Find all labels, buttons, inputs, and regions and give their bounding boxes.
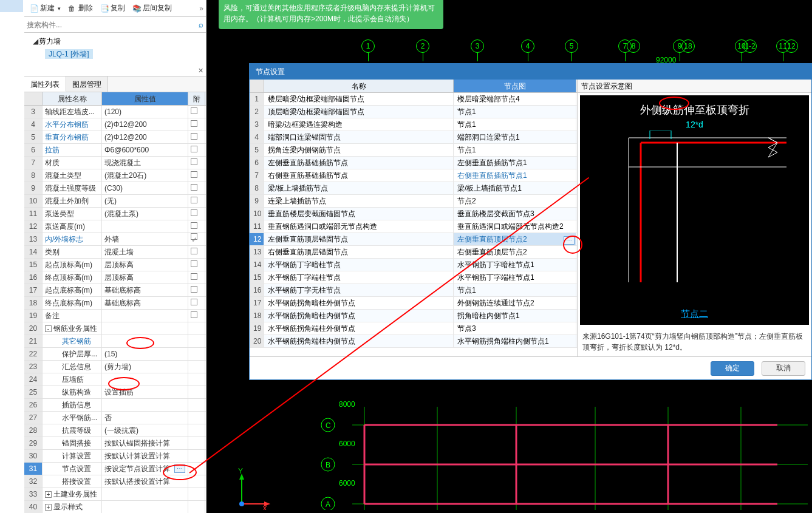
checkbox[interactable] (191, 184, 197, 191)
checkbox[interactable] (191, 209, 197, 216)
ellipsis-button[interactable]: ⋯ (174, 464, 185, 473)
tree-child[interactable]: JLQ-1 [外墙] (28, 48, 202, 61)
node-row[interactable]: 19水平钢筋拐角端柱外侧节点节点3 (250, 322, 577, 335)
property-grid[interactable]: 3轴线距左墙皮...(120)4水平分布钢筋(2)Φ12@2005垂直分布钢筋(… (24, 106, 206, 513)
layer-copy-icon: 📚 (132, 4, 141, 13)
property-row[interactable]: 21其它钢筋 (24, 335, 206, 348)
tab-layers[interactable]: 图层管理 (66, 76, 108, 92)
search-icon[interactable]: ⌕ (199, 20, 203, 29)
checkbox[interactable] (191, 146, 197, 152)
copy-button[interactable]: 📑复制 (97, 2, 128, 15)
grid-bubble: 5 (565, 39, 578, 53)
col-name: 属性名称 (43, 92, 102, 105)
node-col-img: 节点图 (454, 80, 576, 92)
property-row[interactable]: 31节点设置按设定节点设置计算⋯ (24, 463, 206, 475)
property-row[interactable]: 28抗震等级(一级抗震) (24, 424, 206, 437)
property-row[interactable]: 6拉筋Φ6@600*600 (24, 144, 206, 157)
property-row[interactable]: 18终点底标高(m)基础底标高 (24, 297, 206, 310)
tab-properties[interactable]: 属性列表 (24, 76, 66, 92)
cancel-button[interactable]: 取消 (762, 361, 805, 376)
checkbox[interactable]: ✓ (191, 233, 197, 240)
node-row[interactable]: 2顶层暗梁/边框梁端部锚固节点节点1 (250, 106, 577, 118)
property-row[interactable]: 16终点顶标高(m)层顶标高 (24, 271, 206, 284)
memory-warning-banner: 风险，可通过关闭其他应用程序或者升级电脑内存来提升计算机可用内存。（计算机可用内… (219, 0, 443, 29)
property-row[interactable]: 30计算设置按默认计算设置计算 (24, 450, 206, 463)
property-row[interactable]: 29锚固搭接按默认锚固搭接计算 (24, 437, 206, 450)
property-row[interactable]: 8混凝土类型(混凝土20石) (24, 169, 206, 182)
property-row[interactable]: 12泵送高度(m) (24, 220, 206, 233)
search-input[interactable] (27, 21, 199, 29)
checkbox[interactable] (191, 260, 197, 267)
property-row[interactable]: 33+土建业务属性 (24, 488, 206, 501)
node-row[interactable]: 15水平钢筋丁字端柱节点水平钢筋丁字端柱节点1 (250, 271, 577, 284)
checkbox[interactable] (191, 197, 197, 203)
node-row[interactable]: 14水平钢筋丁字暗柱节点水平钢筋丁字暗柱节点1 (250, 259, 577, 271)
node-row[interactable]: 16水平钢筋丁字无柱节点节点1 (250, 284, 577, 297)
property-row[interactable]: 32搭接设置按默认搭接设置计算 (24, 475, 206, 488)
node-row[interactable]: 1楼层暗梁/边框梁端部锚固节点楼层暗梁端部节点4 (250, 93, 577, 106)
checkbox[interactable] (191, 248, 197, 254)
checkbox[interactable] (191, 120, 197, 127)
property-row[interactable]: 24压墙筋 (24, 373, 206, 386)
node-row[interactable]: 12左侧垂直筋顶层锚固节点左侧垂直筋顶层节点2⋯ (250, 233, 577, 246)
property-row[interactable]: 26插筋信息 (24, 399, 206, 412)
property-row[interactable]: 3轴线距左墙皮...(120) (24, 106, 206, 118)
property-row[interactable]: 10混凝土外加剂(无) (24, 195, 206, 208)
property-row[interactable]: 20-钢筋业务属性 (24, 322, 206, 335)
node-row[interactable]: 8梁/板上墙插筋节点梁/板上墙插筋节点1 (250, 182, 577, 195)
property-row[interactable]: 23汇总信息(剪力墙) (24, 361, 206, 373)
ellipsis-button[interactable]: ⋯ (564, 236, 575, 245)
property-row[interactable]: 19备注 (24, 310, 206, 322)
toolbar-overflow-icon[interactable]: » (199, 4, 203, 13)
node-row[interactable]: 9连梁上墙插筋节点节点2 (250, 195, 577, 208)
node-row[interactable]: 13右侧垂直筋顶层锚固节点右侧垂直筋顶层节点2 (250, 246, 577, 259)
checkbox[interactable] (191, 286, 197, 293)
node-row[interactable]: 11垂直钢筋遇洞口或端部无节点构造垂直筋遇洞口或端部无节点构造2 (250, 220, 577, 233)
property-row[interactable]: 7材质现浇混凝土 (24, 157, 206, 169)
search-row: ⌕ (24, 17, 206, 33)
node-grid[interactable]: 1楼层暗梁/边框梁端部锚固节点楼层暗梁端部节点42顶层暗梁/边框梁端部锚固节点节… (250, 93, 577, 356)
checkbox[interactable] (191, 311, 197, 318)
checkbox[interactable] (191, 171, 197, 178)
grid-bubble: 4 (521, 39, 534, 53)
property-row[interactable]: 14类别混凝土墙 (24, 246, 206, 259)
property-row[interactable]: 13内/外墙标志外墙✓ (24, 233, 206, 246)
node-row[interactable]: 10垂直筋楼层变截面锚固节点垂直筋楼层变截面节点3 (250, 208, 577, 220)
dialog-footer: 确定 取消 (250, 356, 811, 379)
property-row[interactable]: 11泵送类型(混凝土泵) (24, 208, 206, 220)
new-button[interactable]: 📄新建▾ (27, 2, 64, 15)
tree-root[interactable]: ◢剪力墙 (28, 35, 202, 48)
property-row[interactable]: 4水平分布钢筋(2)Φ12@200 (24, 118, 206, 131)
property-row[interactable]: 15起点顶标高(m)层顶标高 (24, 259, 206, 271)
node-row[interactable]: 5拐角连梁内侧钢筋节点节点1 (250, 144, 577, 157)
node-preview-panel: 节点设置示意图 外侧纵筋伸至板顶弯折 12*d 节点二 (578, 80, 811, 356)
close-panel-icon[interactable]: ✕ (198, 67, 203, 75)
node-row[interactable]: 6左侧垂直筋基础插筋节点左侧垂直筋插筋节点1 (250, 157, 577, 169)
property-row[interactable]: 25纵筋构造设置插筋 (24, 386, 206, 399)
checkbox[interactable] (191, 107, 197, 114)
col-value: 属性值 (102, 92, 188, 105)
property-row[interactable]: 27水平钢筋...否 (24, 412, 206, 424)
checkbox[interactable] (191, 133, 197, 140)
grid-bubble: 1 (361, 39, 375, 53)
property-row[interactable]: 17起点底标高(m)基础底标高 (24, 284, 206, 297)
checkbox[interactable] (191, 222, 197, 229)
ok-button[interactable]: 确定 (711, 361, 754, 376)
checkbox[interactable] (191, 299, 197, 305)
node-row[interactable]: 18水平钢筋拐角暗柱内侧节点拐角暗柱内侧节点1 (250, 310, 577, 322)
node-row[interactable]: 17水平钢筋拐角暗柱外侧节点外侧钢筋连续通过节点2 (250, 297, 577, 310)
diagram-svg (616, 131, 786, 282)
delete-button[interactable]: 🗑删除 (65, 2, 96, 15)
node-row[interactable]: 3暗梁/边框梁遇连梁构造节点1 (250, 118, 577, 131)
property-row[interactable]: 5垂直分布钢筋(2)Φ12@200 (24, 131, 206, 144)
property-row[interactable]: 40+显示样式 (24, 501, 206, 513)
checkbox[interactable] (191, 273, 197, 280)
property-row[interactable]: 9混凝土强度等级(C30) (24, 182, 206, 195)
property-row[interactable]: 22保护层厚...(15) (24, 348, 206, 361)
node-row[interactable]: 4端部洞口连梁锚固节点端部洞口连梁节点1 (250, 131, 577, 144)
checkbox[interactable] (191, 158, 197, 165)
layer-copy-button[interactable]: 📚层间复制 (129, 2, 175, 15)
plan-view[interactable]: C B A 8000 6000 6000 Y X (231, 382, 808, 510)
node-row[interactable]: 7右侧垂直筋基础插筋节点右侧垂直筋插筋节点1 (250, 169, 577, 182)
node-row[interactable]: 20水平钢筋拐角端柱内侧节点水平钢筋拐角端柱内侧节点1 (250, 335, 577, 348)
